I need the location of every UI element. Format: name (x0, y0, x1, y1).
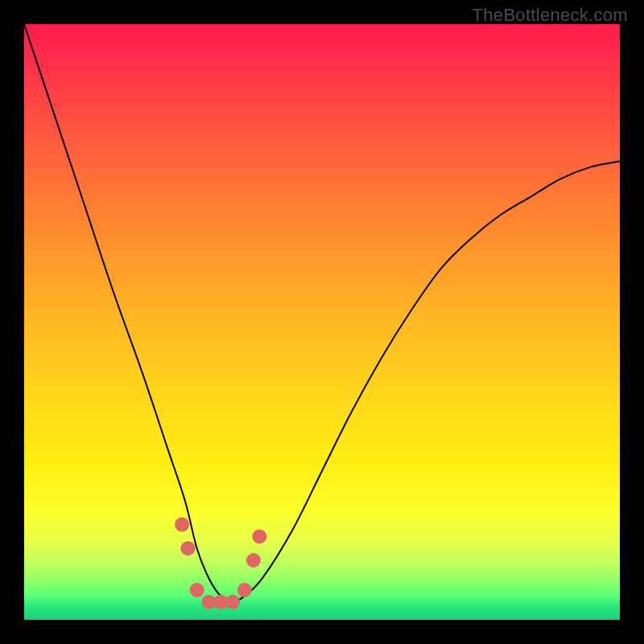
curve-marker (246, 553, 261, 568)
curve-marker (190, 583, 204, 597)
curve-markers (175, 518, 266, 609)
curve-marker (225, 595, 240, 609)
chart-frame: TheBottleneck.com (0, 0, 644, 644)
bottleneck-curve (24, 24, 620, 602)
curve-layer (24, 24, 620, 620)
curve-marker (181, 541, 196, 555)
watermark-text: TheBottleneck.com (473, 5, 628, 26)
curve-marker (252, 529, 266, 543)
plot-area (24, 24, 620, 620)
curve-marker (175, 518, 189, 532)
curve-marker (237, 583, 252, 597)
